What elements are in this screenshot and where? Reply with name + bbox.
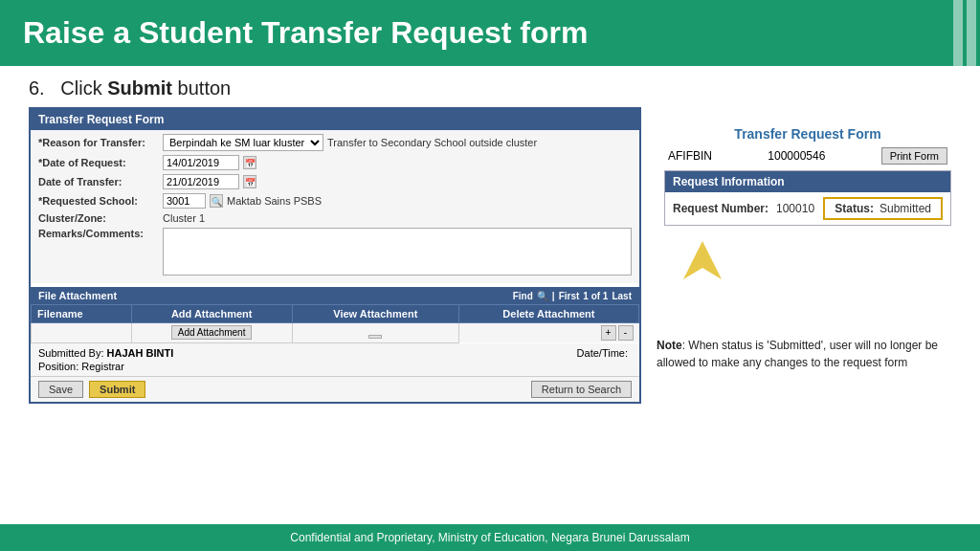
header-decoration [953,0,980,66]
step-label: 6. Click Submit button [29,77,951,99]
return-to-search-button[interactable]: Return to Search [531,381,632,398]
submitted-by-label: Submitted By: [38,347,103,359]
date-request-row: *Date of Request: 📅 [38,155,632,170]
school-name: Maktab Sains PSBS [227,195,322,207]
requested-school-row: *Requested School: 🔍 Maktab Sains PSBS [38,193,632,209]
request-info-header: Request Information [665,171,950,192]
date-transfer-calendar-icon[interactable]: 📅 [243,175,256,188]
reason-select[interactable]: Berpindah ke SM luar kluster [163,134,323,151]
main-content: 6. Click Submit button Transfer Request … [0,66,980,415]
find-label: Find [513,291,533,301]
first-label[interactable]: First [559,291,580,301]
transfer-request-form: Transfer Request Form *Reason for Transf… [29,107,641,404]
request-info-row: Request Number: 100010 Status: Submitted [665,192,950,225]
page-title: Raise a Student Transfer Request form [23,15,588,51]
svg-marker-0 [683,241,722,279]
date-transfer-input[interactable] [163,174,239,189]
delete-attachment-cell: + - [459,323,639,342]
trf-form-body: *Reason for Transfer: Berpindah ke SM lu… [31,130,639,283]
form-user: AFIFBIN [668,149,712,163]
view-attachment-button[interactable] [368,335,382,339]
view-attachment-cell [292,323,458,343]
requested-school-label: *Requested School: [38,195,163,207]
remarks-value [163,228,632,276]
submitted-by-row: Submitted By: HAJAH BINTI [38,347,173,359]
col-add-attachment: Add Attachment [131,305,292,323]
reason-row: *Reason for Transfer: Berpindah ke SM lu… [38,134,632,151]
right-panel: Transfer Request Form AFIFBIN 100000546 … [657,107,951,371]
note-bold: Note [657,339,682,352]
trf-form-header: Transfer Request Form [31,109,639,130]
remarks-row: Remarks/Comments: [38,228,632,276]
file-table-header-row: Filename Add Attachment View Attachment … [32,305,639,323]
yellow-arrow-icon [674,231,731,289]
position-row: Position: Registrar [38,361,173,372]
add-attachment-row: Add Attachment + - [32,323,639,343]
form-info-bar: AFIFBIN 100000546 Print Form [664,145,951,166]
add-attachment-cell: Add Attachment [131,323,292,343]
minus-button[interactable]: - [618,325,634,341]
col-view-attachment: View Attachment [292,305,458,323]
file-attachment-table: Filename Add Attachment View Attachment … [31,304,639,343]
content-row: Transfer Request Form *Reason for Transf… [29,107,951,404]
status-box: Status: Submitted [823,197,943,220]
remarks-textarea[interactable] [163,228,632,276]
position-value: Registrar [81,361,124,372]
form-actions-left: Save Submit [38,381,145,398]
print-form-button[interactable]: Print Form [881,147,947,165]
col-filename: Filename [32,305,132,323]
date-transfer-row: Date of Transfer: 📅 [38,174,632,189]
reason-description: Transfer to Secondary School outside clu… [327,137,537,148]
datetime-section: Date/Time: [577,347,632,359]
submitted-by-value: HAJAH BINTI [107,347,174,359]
request-number-value: 100010 [776,202,814,215]
col-delete-attachment: Delete Attachment [458,305,638,323]
date-request-label: *Date of Request: [38,157,163,168]
status-value: Submitted [880,202,931,215]
date-request-input[interactable] [163,155,239,170]
footer-text: Confidential and Proprietary, Ministry o… [290,531,689,544]
footer: Confidential and Proprietary, Ministry o… [0,524,980,551]
reason-label: *Reason for Transfer: [38,137,163,148]
add-attachment-button[interactable]: Add Attachment [171,325,253,340]
form-preview-title: Transfer Request Form [664,126,951,142]
file-attachment-title: File Attachment [38,290,117,301]
date-transfer-label: Date of Transfer: [38,176,163,187]
requested-school-code-input[interactable] [163,193,206,209]
remarks-label: Remarks/Comments: [38,228,163,239]
arrow-container [664,231,951,289]
cluster-value-text: Cluster 1 [163,212,205,224]
page-header: Raise a Student Transfer Request form [0,0,980,66]
cluster-label: Cluster/Zone: [38,212,163,224]
reason-value: Berpindah ke SM luar kluster Transfer to… [163,134,632,151]
request-number-label: Request Number: [673,202,768,215]
cluster-row: Cluster/Zone: Cluster 1 [38,212,632,224]
form-preview: Transfer Request Form AFIFBIN 100000546 … [664,126,951,289]
note-text: : When status is 'Submitted', user will … [657,339,938,369]
form-actions: Save Submit Return to Search [31,376,639,402]
date-transfer-value: 📅 [163,174,632,189]
datetime-label: Date/Time: [577,347,628,359]
save-button[interactable]: Save [38,381,83,398]
submit-button[interactable]: Submit [89,381,145,398]
note-section: Note: When status is 'Submitted', user w… [657,337,951,371]
file-attachment-nav: Find 🔍 | First 1 of 1 Last [513,291,632,301]
request-info-section: Request Information Request Number: 1000… [664,170,951,226]
school-search-icon[interactable]: 🔍 [210,194,223,208]
form-bottom: Submitted By: HAJAH BINTI Position: Regi… [31,343,639,376]
left-panel: Transfer Request Form *Reason for Transf… [29,107,641,404]
submitted-by-section: Submitted By: HAJAH BINTI Position: Regi… [38,347,173,372]
position-label: Position: [38,361,78,372]
file-attachment-header: File Attachment Find 🔍 | First 1 of 1 La… [31,287,639,304]
date-request-calendar-icon[interactable]: 📅 [243,156,256,169]
page-info: 1 of 1 [583,291,608,301]
cluster-value: Cluster 1 [163,212,632,224]
empty-cell [32,323,132,343]
pipe-sep: | [552,291,555,301]
date-request-value: 📅 [163,155,632,170]
requested-school-value: 🔍 Maktab Sains PSBS [163,193,632,209]
find-icon: 🔍 [537,291,548,301]
last-label[interactable]: Last [612,291,632,301]
plus-button[interactable]: + [601,325,616,341]
form-id: 100000546 [768,149,825,163]
